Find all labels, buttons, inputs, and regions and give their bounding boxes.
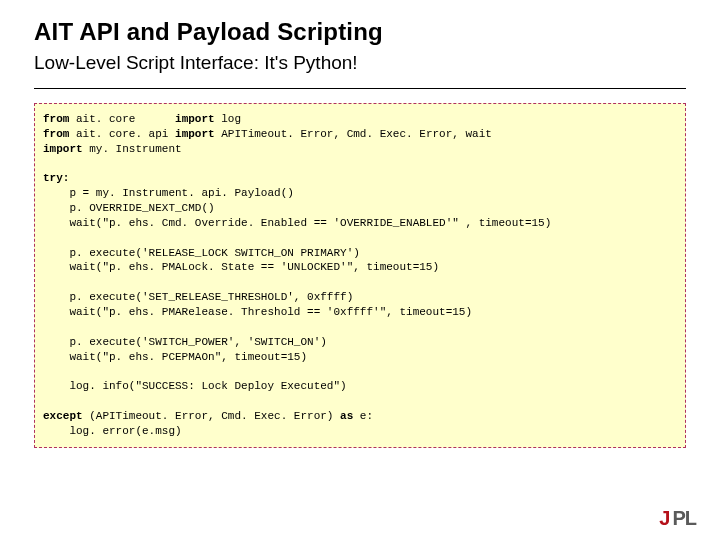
footer-logo: JPL (659, 507, 696, 530)
slide: AIT API and Payload Scripting Low-Level … (0, 0, 720, 540)
code-block: from ait. core import log from ait. core… (34, 103, 686, 448)
logo-part-j: J (659, 507, 669, 530)
logo-part-pl: PL (672, 507, 696, 530)
slide-title: AIT API and Payload Scripting (34, 18, 686, 46)
divider (34, 88, 686, 89)
slide-subtitle: Low-Level Script Interface: It's Python! (34, 52, 686, 74)
